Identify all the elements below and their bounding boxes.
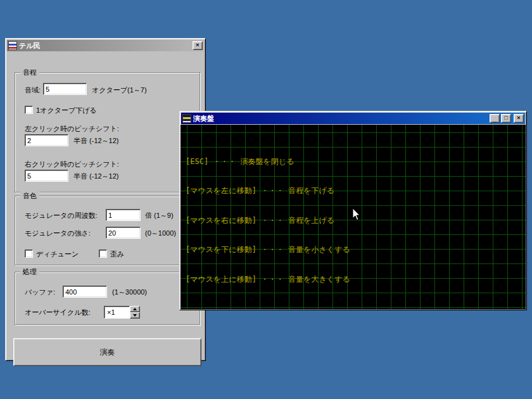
mouse-cursor-icon bbox=[352, 208, 360, 221]
buffer-label: バッファ: bbox=[25, 288, 55, 296]
performance-titlebar[interactable]: 演奏盤 _ □ × bbox=[181, 113, 525, 124]
timbre-groupbox: 音色 モジュレータの周波数: 倍 (1～9) モジュレータの強さ: (0～100… bbox=[15, 196, 200, 265]
mod-freq-suffix-label: 倍 (1～9) bbox=[145, 212, 174, 220]
spin-down-button[interactable] bbox=[130, 312, 140, 319]
instruction-line: [マウスを右に移動] ・・・ 音程を上げる bbox=[186, 216, 350, 226]
instruction-line: [マウスを上に移動] ・・・ 音量を大きくする bbox=[186, 275, 350, 285]
close-button[interactable]: × bbox=[514, 114, 524, 123]
desktop: { "window_chrome": { "minimize": "_", "m… bbox=[0, 0, 532, 399]
mod-freq-label: モジュレータの周波数: bbox=[25, 212, 98, 220]
pitch-groupbox: 音程 音域: オクターブ(1～7) 1オクターブ下げる 左クリック時のピッチシフ… bbox=[15, 72, 200, 193]
oversample-value[interactable]: ×1 bbox=[104, 306, 130, 319]
play-button[interactable]: 演奏 bbox=[13, 338, 201, 366]
processing-groupbox: 処理 バッファ: (1～30000) オーバーサイクル数: ×1 bbox=[15, 272, 200, 325]
instructions-list: [ESC] ・・・ 演奏盤を閉じる [マウスを左に移動] ・・・ 音程を下げる … bbox=[186, 137, 350, 305]
minimize-button[interactable]: _ bbox=[490, 114, 500, 123]
octave-down-checkbox[interactable] bbox=[25, 106, 33, 114]
settings-window: テル民 × 音程 音域: オクターブ(1～7) 1オクターブ下げる 左クリック時… bbox=[5, 38, 206, 361]
pitch-group-legend: 音程 bbox=[20, 68, 39, 77]
app-icon bbox=[182, 114, 191, 123]
close-button[interactable]: × bbox=[193, 41, 203, 50]
maximize-button[interactable]: □ bbox=[501, 114, 511, 123]
timbre-group-legend: 音色 bbox=[20, 192, 39, 200]
instruction-line: [マウスを下に移動] ・・・ 音量を小さくする bbox=[186, 245, 350, 255]
oversample-label: オーバーサイクル数: bbox=[25, 308, 91, 317]
left-click-pitchshift-label: 左クリック時のピッチシフト: bbox=[25, 125, 119, 133]
range-label: 音域: bbox=[25, 86, 41, 94]
distortion-label: 歪み bbox=[110, 250, 124, 258]
mod-strength-label: モジュレータの強さ: bbox=[25, 229, 91, 238]
performance-window-title: 演奏盤 bbox=[193, 114, 488, 124]
distortion-checkbox[interactable] bbox=[99, 250, 107, 258]
right-click-pitchshift-label: 右クリック時のピッチシフト: bbox=[25, 160, 119, 168]
range-input[interactable] bbox=[43, 83, 87, 95]
mod-strength-suffix-label: (0～1000) bbox=[145, 229, 176, 238]
arrow-down-icon bbox=[133, 314, 137, 317]
buffer-suffix-label: (1～30000) bbox=[112, 288, 147, 296]
app-icon bbox=[8, 41, 17, 50]
detune-checkbox[interactable] bbox=[25, 250, 33, 258]
instruction-line: [マウスを左に移動] ・・・ 音程を下げる bbox=[186, 186, 350, 196]
left-click-suffix-label: 半音 (-12～12) bbox=[73, 137, 119, 145]
processing-group-legend: 処理 bbox=[20, 268, 39, 276]
instruction-line: [ESC] ・・・ 演奏盤を閉じる bbox=[186, 157, 350, 167]
oversample-stepper[interactable]: ×1 bbox=[104, 306, 140, 319]
mod-strength-input[interactable] bbox=[106, 227, 141, 239]
spin-up-button[interactable] bbox=[130, 306, 140, 312]
left-click-pitchshift-input[interactable] bbox=[25, 134, 68, 146]
settings-titlebar[interactable]: テル民 × bbox=[7, 40, 204, 51]
mod-freq-input[interactable] bbox=[106, 209, 141, 221]
right-click-suffix-label: 半音 (-12～12) bbox=[73, 172, 119, 180]
settings-window-title: テル民 bbox=[19, 41, 191, 51]
detune-label: ディチューン bbox=[36, 250, 79, 258]
right-click-pitchshift-input[interactable] bbox=[25, 170, 68, 182]
arrow-up-icon bbox=[133, 308, 137, 310]
buffer-input[interactable] bbox=[63, 286, 107, 298]
octave-down-label: 1オクターブ下げる bbox=[36, 106, 97, 115]
range-suffix-label: オクターブ(1～7) bbox=[92, 86, 147, 94]
